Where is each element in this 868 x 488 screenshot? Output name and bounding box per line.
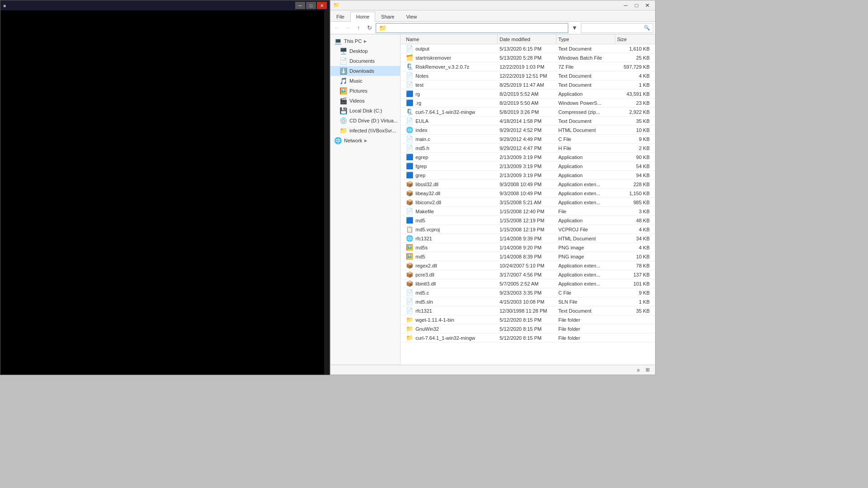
- column-type[interactable]: Type: [557, 34, 615, 44]
- tab-view[interactable]: View: [400, 11, 423, 21]
- file-icon: 📦: [406, 181, 413, 188]
- cmd-maximize-button[interactable]: □: [306, 2, 316, 9]
- sidebar-item-label: This PC: [344, 38, 362, 44]
- explorer-window: 📁 ─ □ ✕ File Home Share View ← → ↑ ↻ 📁 ▼: [330, 0, 656, 375]
- table-row[interactable]: 🗜️ curl-7.64.1_1-win32-mingw 5/8/2019 3:…: [401, 108, 655, 117]
- file-date: 3/17/2007 4:56 PM: [498, 272, 557, 277]
- sidebar-item-label: Music: [349, 78, 363, 84]
- sidebar-item-cd-drive--d---virtua---[interactable]: 💿 CD Drive (D:) Virtua...: [330, 116, 400, 126]
- table-row[interactable]: 📁 wget-1.11.4-1-bin 5/12/2020 8:15 PM Fi…: [401, 315, 655, 324]
- table-row[interactable]: 🌐 rfc1321 1/14/2008 9:39 PM HTML Documen…: [401, 234, 655, 243]
- refresh-button[interactable]: ↻: [365, 23, 374, 33]
- sidebar-item-music[interactable]: 🎵 Music: [330, 76, 400, 86]
- column-size[interactable]: Size: [615, 34, 651, 44]
- column-date[interactable]: Date modified: [498, 34, 557, 44]
- column-name[interactable]: Name: [404, 34, 498, 44]
- sidebar-item-videos[interactable]: 🎬 Videos: [330, 96, 400, 106]
- up-button[interactable]: ↑: [354, 23, 363, 33]
- file-date: 9/29/2012 4:47 PM: [498, 145, 557, 151]
- table-row[interactable]: 📦 libiconv2.dll 3/15/2008 5:21 AM Applic…: [401, 198, 655, 207]
- sidebar-item-desktop[interactable]: 🖥️ Desktop: [330, 46, 400, 56]
- table-row[interactable]: 🟦 .rg 8/2/2019 5:50 AM Windows PowerS...…: [401, 99, 655, 108]
- table-row[interactable]: 📄 rfc1321 12/30/1998 11:28 PM Text Docum…: [401, 306, 655, 315]
- table-row[interactable]: 📦 libintl3.dll 5/7/2005 2:52 AM Applicat…: [401, 279, 655, 288]
- table-row[interactable]: 🌐 index 9/29/2012 4:52 PM HTML Document …: [401, 126, 655, 135]
- file-name: md5: [415, 218, 425, 223]
- table-row[interactable]: 📁 curl-7.64.1_1-win32-mingw 5/12/2020 8:…: [401, 333, 655, 343]
- table-row[interactable]: 🖼️ md5 1/14/2008 8:39 PM PNG image 10 KB: [401, 252, 655, 261]
- sidebar-item-infected----vboxsvr---[interactable]: 📁 infected (\\VBoxSvr...: [330, 126, 400, 136]
- sidebar-item-pictures[interactable]: 🖼️ Pictures: [330, 86, 400, 96]
- file-type: Windows PowerS...: [557, 100, 615, 106]
- table-row[interactable]: 🗜️ RiskRemover_v.3.2.0.7z 12/22/2019 1:0…: [401, 62, 655, 71]
- sidebar-item-this-pc[interactable]: 💻 This PC ▶: [330, 36, 400, 46]
- file-type: Application exten...: [557, 191, 615, 196]
- table-row[interactable]: 📄 Notes 12/22/2019 12:51 PM Text Documen…: [401, 71, 655, 80]
- table-row[interactable]: 📋 md5.vcproj 1/15/2008 12:19 PM VCPROJ F…: [401, 225, 655, 234]
- file-date: 1/14/2008 9:20 PM: [498, 245, 557, 250]
- address-chevron-button[interactable]: ▼: [570, 23, 579, 33]
- table-row[interactable]: 🟦 grep 2/13/2009 3:19 PM Application 94 …: [401, 171, 655, 180]
- file-date: 5/12/2020 8:15 PM: [498, 326, 557, 332]
- table-row[interactable]: 📄 EULA 4/18/2014 1:58 PM Text Document 3…: [401, 117, 655, 126]
- list-view-button[interactable]: ≡: [634, 366, 642, 374]
- table-row[interactable]: 📦 libssl32.dll 9/3/2008 10:49 PM Applica…: [401, 180, 655, 189]
- file-size: 94 KB: [615, 173, 651, 178]
- search-box[interactable]: 🔍: [581, 23, 653, 33]
- file-date: 1/15/2008 12:40 PM: [498, 209, 557, 214]
- grid-view-button[interactable]: ⊞: [643, 366, 651, 374]
- table-row[interactable]: 🖼️ md5s 1/14/2008 9:20 PM PNG image 4 KB: [401, 243, 655, 252]
- table-row[interactable]: 🟦 md5 1/15/2008 12:19 PM Application 48 …: [401, 216, 655, 225]
- address-bar: ← → ↑ ↻ 📁 ▼ 🔍: [330, 22, 655, 34]
- table-row[interactable]: 📄 md5.c 9/23/2003 3:35 PM C File 9 KB: [401, 288, 655, 297]
- file-name: wget-1.11.4-1-bin: [415, 317, 454, 323]
- file-name: index: [415, 127, 427, 133]
- table-row[interactable]: 📄 md5.h 9/29/2012 4:47 PM H File 2 KB: [401, 144, 655, 153]
- cmd-close-button[interactable]: ✕: [317, 2, 327, 9]
- sidebar-item-network[interactable]: 🌐 Network ▶: [330, 136, 400, 145]
- table-row[interactable]: 📦 regex2.dll 10/24/2007 5:10 PM Applicat…: [401, 261, 655, 270]
- tab-home[interactable]: Home: [350, 12, 375, 22]
- table-row[interactable]: 📦 pcre3.dll 3/17/2007 4:56 PM Applicatio…: [401, 270, 655, 279]
- sidebar-item-icon: 🎬: [340, 97, 347, 104]
- explorer-maximize-button[interactable]: □: [632, 2, 642, 9]
- table-row[interactable]: 📄 test 8/25/2019 11:47 AM Text Document …: [401, 80, 655, 89]
- search-icon: 🔍: [644, 25, 650, 31]
- file-name: md5.vcproj: [415, 227, 440, 232]
- tab-share[interactable]: Share: [375, 11, 400, 21]
- file-icon: 📦: [406, 280, 413, 287]
- file-size: 1,150 KB: [615, 191, 651, 196]
- tab-file[interactable]: File: [330, 11, 350, 21]
- table-row[interactable]: 📦 libeay32.dll 9/3/2008 10:49 PM Applica…: [401, 189, 655, 198]
- file-icon: 🌐: [406, 127, 413, 133]
- sidebar-item-label: CD Drive (D:) Virtua...: [349, 118, 398, 123]
- cmd-scrollbar[interactable]: [324, 10, 330, 375]
- file-icon: 📦: [406, 199, 413, 206]
- table-row[interactable]: 📄 Makefile 1/15/2008 12:40 PM File 3 KB: [401, 207, 655, 216]
- table-row[interactable]: 🟦 egrep 2/13/2009 3:19 PM Application 90…: [401, 153, 655, 162]
- table-row[interactable]: 🟦 rg 8/2/2019 5:52 AM Application 43,591…: [401, 89, 655, 99]
- sidebar-item-documents[interactable]: 📄 Documents: [330, 56, 400, 66]
- file-icon: 📁: [406, 316, 413, 323]
- sidebar-item-downloads[interactable]: ⬇️ Downloads: [330, 66, 400, 76]
- cmd-window: ■ ─ □ ✕: [0, 0, 330, 375]
- cmd-titlebar-controls: ─ □ ✕: [295, 2, 327, 9]
- cmd-minimize-button[interactable]: ─: [295, 2, 305, 9]
- back-button[interactable]: ←: [332, 23, 341, 33]
- explorer-close-button[interactable]: ✕: [642, 2, 652, 9]
- sidebar: 💻 This PC ▶ 🖥️ Desktop 📄 Documents ⬇️ Do…: [330, 34, 401, 365]
- file-type: Application exten...: [557, 281, 615, 286]
- table-row[interactable]: 📁 GnuWin32 5/12/2020 8:15 PM File folder: [401, 324, 655, 333]
- table-row[interactable]: 📄 output 5/13/2020 6:15 PM Text Document…: [401, 44, 655, 53]
- file-name: test: [415, 82, 424, 88]
- table-row[interactable]: 🟦 fgrep 2/13/2009 3:19 PM Application 54…: [401, 162, 655, 171]
- address-path[interactable]: 📁: [376, 23, 568, 33]
- file-date: 9/29/2012 4:49 PM: [498, 136, 557, 142]
- file-date: 5/7/2005 2:52 AM: [498, 281, 557, 286]
- table-row[interactable]: 📄 main.c 9/29/2012 4:49 PM C File 9 KB: [401, 135, 655, 144]
- forward-button[interactable]: →: [343, 23, 352, 33]
- table-row[interactable]: 📄 md5.sln 4/15/2003 10:08 PM SLN File 1 …: [401, 297, 655, 306]
- table-row[interactable]: 🗂️ startriskremover 5/13/2020 5:28 PM Wi…: [401, 53, 655, 62]
- explorer-minimize-button[interactable]: ─: [621, 2, 631, 9]
- sidebar-item-local-disk--c--[interactable]: 💾 Local Disk (C:): [330, 106, 400, 116]
